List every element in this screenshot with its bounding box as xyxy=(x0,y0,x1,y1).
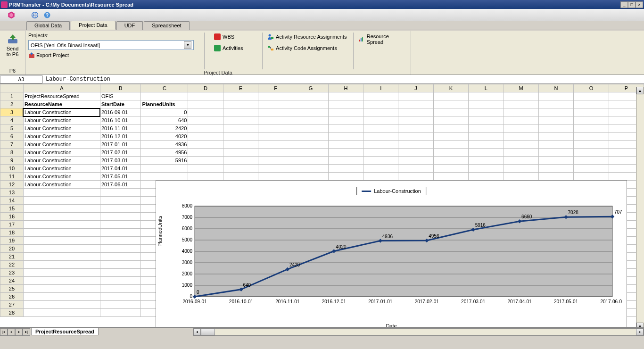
col-header-F[interactable]: F xyxy=(258,84,293,92)
cell-G6[interactable] xyxy=(293,133,328,141)
cell-L6[interactable] xyxy=(469,133,504,141)
cell-H11[interactable] xyxy=(328,173,363,181)
spreadsheet-area[interactable]: ABCDEFGHIJKLMNOP1ProjectResourceSpreadOF… xyxy=(0,84,644,327)
sheet-nav-prev[interactable]: ◂ xyxy=(8,328,15,336)
cell-B6[interactable]: 2016-12-01 xyxy=(100,133,141,141)
cell-I10[interactable] xyxy=(363,165,398,173)
cell-N4[interactable] xyxy=(538,116,573,125)
cell-D4[interactable] xyxy=(188,116,223,125)
cell-I8[interactable] xyxy=(363,149,398,157)
cell-M7[interactable] xyxy=(504,141,538,149)
cell-K3[interactable] xyxy=(433,108,468,116)
cell-B8[interactable]: 2017-02-01 xyxy=(100,149,141,157)
col-header-M[interactable]: M xyxy=(504,84,538,92)
col-header-C[interactable]: C xyxy=(141,84,188,92)
cell-A16[interactable] xyxy=(23,213,100,221)
cell-A27[interactable] xyxy=(23,301,100,309)
cell-E9[interactable] xyxy=(223,157,258,165)
cell-C3[interactable]: 0 xyxy=(141,108,188,116)
formula-bar[interactable]: Labour-Construction xyxy=(42,75,644,83)
row-header-2[interactable]: 2 xyxy=(0,100,24,108)
cell-O8[interactable] xyxy=(574,149,609,157)
col-header-I[interactable]: I xyxy=(363,84,398,92)
cell-K10[interactable] xyxy=(433,165,468,173)
cell-K4[interactable] xyxy=(433,116,468,125)
cell-E11[interactable] xyxy=(223,173,258,181)
dropdown-arrow-icon[interactable]: ▼ xyxy=(184,41,191,49)
cell-E1[interactable] xyxy=(223,92,258,100)
cell-O9[interactable] xyxy=(574,157,609,165)
cell-O6[interactable] xyxy=(574,133,609,141)
cell-N3[interactable] xyxy=(538,108,573,116)
send-to-p6-button[interactable]: Sendto P6 xyxy=(3,33,23,58)
minimize-button[interactable]: _ xyxy=(620,1,628,8)
project-select[interactable]: OFIS [Yeni Ofis Binasi Insaati] ▼ xyxy=(28,40,194,50)
cell-E10[interactable] xyxy=(223,165,258,173)
cell-O1[interactable] xyxy=(574,92,609,100)
cell-M8[interactable] xyxy=(504,149,538,157)
cell-E4[interactable] xyxy=(223,116,258,125)
cell-I11[interactable] xyxy=(363,173,398,181)
cell-B18[interactable] xyxy=(100,229,141,237)
cell-A14[interactable] xyxy=(23,197,100,205)
cell-C7[interactable]: 4936 xyxy=(141,141,188,149)
cell-L5[interactable] xyxy=(469,125,504,133)
cell-E7[interactable] xyxy=(223,141,258,149)
cell-J10[interactable] xyxy=(398,165,433,173)
cell-G5[interactable] xyxy=(293,125,328,133)
scroll-right-button[interactable]: ▸ xyxy=(636,329,644,335)
cell-B16[interactable] xyxy=(100,213,141,221)
cell-B26[interactable] xyxy=(100,293,141,301)
name-box[interactable]: A3 xyxy=(0,75,42,83)
cell-B25[interactable] xyxy=(100,285,141,293)
cell-J4[interactable] xyxy=(398,116,433,125)
sheet-nav-next[interactable]: ▸ xyxy=(15,328,23,336)
cell-N5[interactable] xyxy=(538,125,573,133)
cell-N9[interactable] xyxy=(538,157,573,165)
row-header-3[interactable]: 3 xyxy=(0,108,24,116)
cell-E5[interactable] xyxy=(223,125,258,133)
cell-C4[interactable]: 640 xyxy=(141,116,188,125)
col-header-D[interactable]: D xyxy=(188,84,223,92)
cell-O2[interactable] xyxy=(574,100,609,108)
cell-H1[interactable] xyxy=(328,92,363,100)
cell-J5[interactable] xyxy=(398,125,433,133)
cell-N10[interactable] xyxy=(538,165,573,173)
col-header-G[interactable]: G xyxy=(293,84,328,92)
cell-M3[interactable] xyxy=(504,108,538,116)
cell-D1[interactable] xyxy=(188,92,223,100)
cell-N2[interactable] xyxy=(538,100,573,108)
cell-A15[interactable] xyxy=(23,205,100,213)
cell-G9[interactable] xyxy=(293,157,328,165)
cell-I1[interactable] xyxy=(363,92,398,100)
cell-B11[interactable]: 2017-05-01 xyxy=(100,173,141,181)
cell-I6[interactable] xyxy=(363,133,398,141)
cell-H2[interactable] xyxy=(328,100,363,108)
row-header-21[interactable]: 21 xyxy=(0,253,24,261)
cell-L7[interactable] xyxy=(469,141,504,149)
cell-G1[interactable] xyxy=(293,92,328,100)
embedded-chart[interactable]: Labour-Construction PlannedUnits 0100020… xyxy=(156,180,627,327)
row-header-19[interactable]: 19 xyxy=(0,237,24,245)
cell-E6[interactable] xyxy=(223,133,258,141)
cell-A4[interactable]: Labour-Construction xyxy=(23,116,100,125)
row-header-15[interactable]: 15 xyxy=(0,205,24,213)
cell-D11[interactable] xyxy=(188,173,223,181)
cell-E2[interactable] xyxy=(223,100,258,108)
cell-B1[interactable]: OFIS xyxy=(100,92,141,100)
cell-K6[interactable] xyxy=(433,133,468,141)
cell-L2[interactable] xyxy=(469,100,504,108)
row-header-22[interactable]: 22 xyxy=(0,261,24,269)
row-header-17[interactable]: 17 xyxy=(0,221,24,229)
cell-L11[interactable] xyxy=(469,173,504,181)
tab-project-data[interactable]: Project Data xyxy=(71,21,116,30)
cell-H5[interactable] xyxy=(328,125,363,133)
maximize-button[interactable]: □ xyxy=(628,1,636,8)
cell-M4[interactable] xyxy=(504,116,538,125)
col-header-A[interactable]: A xyxy=(23,84,100,92)
col-header-K[interactable]: K xyxy=(433,84,468,92)
cell-N1[interactable] xyxy=(538,92,573,100)
cell-K5[interactable] xyxy=(433,125,468,133)
cell-B10[interactable]: 2017-04-01 xyxy=(100,165,141,173)
cell-G3[interactable] xyxy=(293,108,328,116)
